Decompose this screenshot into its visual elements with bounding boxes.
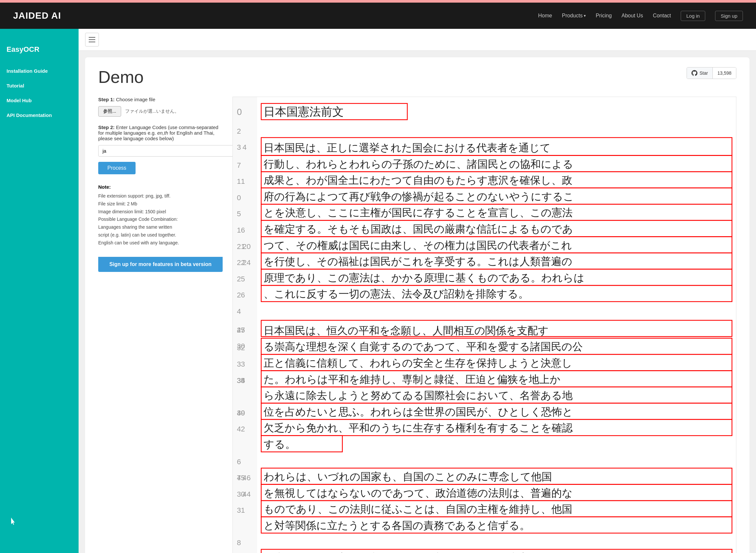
github-star-button[interactable]: Star (687, 68, 713, 79)
svg-text:6: 6 (237, 458, 241, 466)
demo-columns: Step 1: Choose image file 参照... ファイルが選..… (98, 97, 736, 553)
browse-button[interactable]: 参照... (98, 106, 121, 116)
svg-text:する。: する。 (264, 438, 296, 450)
svg-text:31: 31 (237, 506, 245, 515)
sidebar-item-tutorial[interactable]: Tutorial (7, 82, 72, 90)
demo-right: 0 日本国憲法前文 2 3 4 日本国民は、正しに選挙された国会における代表者を… (232, 97, 736, 553)
demo-header: Demo Star 13,598 (98, 67, 736, 87)
page-layout: EasyOCR Installation Guide Tutorial Mode… (0, 29, 756, 553)
sidebar-nav: Installation Guide Tutorial Model Hub AP… (7, 67, 72, 119)
sidebar-title: EasyOCR (7, 45, 72, 54)
star-label: Star (699, 70, 708, 76)
cursor-indicator (10, 518, 18, 527)
svg-text:日本国憲法前文: 日本国憲法前文 (264, 105, 344, 118)
nav-home[interactable]: Home (538, 13, 552, 18)
svg-text:4: 4 (243, 143, 247, 151)
sidebar-item-installation[interactable]: Installation Guide (7, 67, 72, 75)
demo-left: Step 1: Choose image file 参照... ファイルが選..… (98, 97, 223, 272)
nav-products[interactable]: Products (562, 13, 586, 19)
svg-text:8: 8 (237, 539, 241, 547)
svg-text:を無視してはならないのであつて、政治道徳の法則は、普遍的な: を無視してはならないのであつて、政治道徳の法則は、普遍的な (264, 487, 573, 499)
sidebar-link-tutorial[interactable]: Tutorial (7, 82, 72, 90)
step2-bold: Step 2: (98, 125, 115, 130)
svg-text:46: 46 (243, 474, 251, 482)
svg-text:42: 42 (237, 425, 245, 433)
svg-rect-1 (233, 97, 257, 553)
signup-banner[interactable]: Sign up for more features in beta versio… (98, 257, 223, 272)
signup-button[interactable]: Sign up (715, 11, 743, 21)
login-button[interactable]: Log in (681, 11, 705, 21)
ocr-svg: 0 日本国憲法前文 2 3 4 日本国民は、正しに選挙された国会における代表者を… (233, 97, 736, 553)
nav-pricing[interactable]: Pricing (595, 13, 611, 18)
svg-text:0: 0 (237, 107, 242, 117)
svg-text:3: 3 (237, 143, 241, 151)
ocr-canvas: 0 日本国憲法前文 2 3 4 日本国民は、正しに選挙された国会における代表者を… (232, 97, 736, 553)
svg-text:40: 40 (237, 409, 245, 417)
hamburger-line-1 (89, 37, 95, 38)
sidebar-link-model-hub[interactable]: Model Hub (7, 96, 72, 104)
top-bar (0, 0, 756, 3)
svg-text:行動し、われらとわれらの子孫のために、諸国民との協和による: 行動し、われらとわれらの子孫のために、諸国民との協和による (264, 158, 573, 170)
file-name-display: ファイルが選...いません。 (125, 108, 179, 114)
svg-text:位を占めたいと思ふ。われらは全世界の国民が、ひとしく恐怖と: 位を占めたいと思ふ。われらは全世界の国民が、ひとしく恐怖と (264, 406, 573, 418)
svg-text:26: 26 (237, 291, 245, 299)
svg-text:、これに反する一切の憲法、法令及び詔勅を排除する。: 、これに反する一切の憲法、法令及び詔勅を排除する。 (264, 288, 529, 300)
svg-text:われらは、いづれの国家も、自国のことのみに専念して他国: われらは、いづれの国家も、自国のことのみに専念して他国 (264, 471, 552, 483)
page-title: Demo (98, 67, 144, 87)
svg-text:正と信義に信頼して、われらの安全と生存を保持しようと決意し: 正と信義に信頼して、われらの安全と生存を保持しようと決意し (264, 357, 572, 369)
svg-text:を確定する。そもそも国政は、国民の厳粛な信託によるものであ: を確定する。そもそも国政は、国民の厳粛な信託によるものであ (264, 223, 573, 235)
star-count: 13,598 (713, 68, 736, 79)
svg-text:原理であり、この憲法は、かかる原理に基くものである。われらは: 原理であり、この憲法は、かかる原理に基くものである。われらは (264, 272, 584, 284)
svg-text:日本国民は、恒久の平和を念願し、人間相互の関係を支配す: 日本国民は、恒久の平和を念願し、人間相互の関係を支配す (264, 325, 549, 336)
sidebar: EasyOCR Installation Guide Tutorial Mode… (0, 29, 79, 553)
note-content: File extension support: png, jpg, tiff. … (98, 192, 223, 247)
svg-text:27: 27 (237, 326, 245, 334)
nav-about[interactable]: About Us (622, 13, 643, 18)
svg-text:とを決意し、ここに主権が国民に存することを宣言し、この憲法: とを決意し、ここに主権が国民に存することを宣言し、この憲法 (264, 207, 573, 219)
sidebar-item-api-docs[interactable]: API Documentation (7, 111, 72, 119)
svg-text:16: 16 (237, 226, 245, 234)
main-wrapper: Demo Star 13,598 Step 1: Choos (79, 29, 756, 553)
github-star-widget: Star 13,598 (686, 67, 736, 79)
svg-text:4: 4 (237, 307, 241, 315)
svg-text:た。われらは平和を維持し、専制と隷従、圧迫と偏狭を地上か: た。われらは平和を維持し、専制と隷従、圧迫と偏狭を地上か (264, 374, 561, 385)
svg-text:32: 32 (237, 344, 245, 352)
step1-label: Step 1: Choose image file (98, 97, 223, 102)
nav-links: Home Products Pricing About Us Contact L… (538, 11, 743, 21)
svg-text:24: 24 (243, 258, 251, 267)
svg-text:成果と、わが国全土にわたつて自由のもたらす恵沢を確保し、政: 成果と、わが国全土にわたつて自由のもたらす恵沢を確保し、政 (264, 174, 572, 186)
svg-text:44: 44 (243, 490, 251, 498)
svg-text:11: 11 (237, 177, 245, 185)
svg-text:20: 20 (243, 242, 251, 251)
brand-logo[interactable]: JAIDED AI (13, 10, 61, 21)
nav-contact[interactable]: Contact (653, 13, 671, 18)
toolbar (79, 29, 756, 51)
sidebar-link-installation[interactable]: Installation Guide (7, 67, 72, 75)
hamburger-line-2 (89, 39, 95, 40)
svg-text:る崇高な理想を深く自覚するのであつて、平和を愛する諸国民の公: る崇高な理想を深く自覚するのであつて、平和を愛する諸国民の公 (264, 341, 583, 352)
svg-text:33: 33 (237, 360, 245, 368)
sidebar-link-api-docs[interactable]: API Documentation (7, 111, 72, 119)
github-icon (691, 70, 697, 76)
sidebar-item-model-hub[interactable]: Model Hub (7, 96, 72, 104)
svg-text:7: 7 (237, 161, 241, 169)
svg-text:と対等関係に立たうとする各国の責務であると信ずる。: と対等関係に立たうとする各国の責務であると信ずる。 (264, 520, 530, 531)
hamburger-button[interactable] (85, 33, 99, 47)
process-button[interactable]: Process (98, 162, 135, 174)
note-title: Note: (98, 184, 223, 190)
svg-text:府の行為によつて再び戦争の惨禍が起ることのないやうにするこ: 府の行為によつて再び戦争の惨禍が起ることのないやうにするこ (264, 191, 574, 203)
step1-bold: Step 1: (98, 97, 115, 102)
svg-text:25: 25 (237, 275, 245, 283)
svg-text:5: 5 (237, 210, 241, 218)
svg-text:つて、その権威は国民に由来し、その権力は国民の代表者がこれ: つて、その権威は国民に由来し、その権力は国民の代表者がこれ (264, 239, 572, 251)
hamburger-line-3 (89, 42, 95, 42)
step2-label: Step 2: Enter Language Codes (use comma-… (98, 125, 223, 141)
file-input-row: 参照... ファイルが選...いません。 (98, 106, 223, 116)
svg-text:2: 2 (237, 127, 241, 135)
note-section: Note: File extension support: png, jpg, … (98, 184, 223, 247)
svg-text:日本国民は、正しに選挙された国会における代表者を通じて: 日本国民は、正しに選挙された国会における代表者を通じて (264, 142, 551, 154)
svg-text:38: 38 (237, 376, 245, 385)
svg-text:ら永遠に除去しようと努めてゐる国際社会において、名誉ある地: ら永遠に除去しようと努めてゐる国際社会において、名誉ある地 (264, 390, 573, 401)
content-card: Demo Star 13,598 Step 1: Choos (85, 57, 749, 553)
svg-text:0: 0 (237, 193, 241, 202)
